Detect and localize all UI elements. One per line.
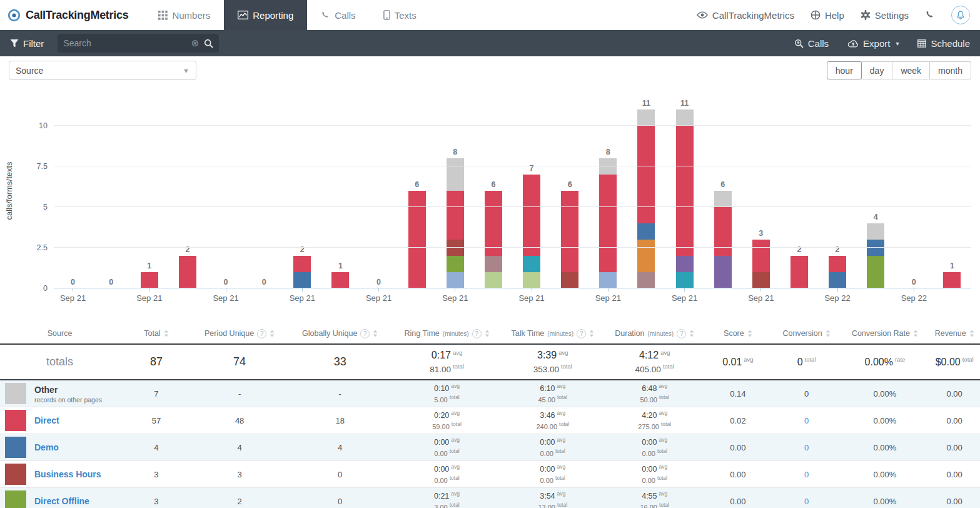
bar-group[interactable]: 11 bbox=[627, 93, 665, 288]
interval-day[interactable]: day bbox=[861, 61, 893, 79]
bar-segment-orange[interactable] bbox=[637, 240, 655, 272]
bar-group[interactable]: 6 bbox=[551, 93, 589, 288]
bar-segment-direct_offline[interactable] bbox=[867, 256, 884, 288]
sort-icon[interactable] bbox=[826, 330, 831, 337]
bar-segment-direct[interactable] bbox=[943, 272, 961, 288]
bar-segment-direct[interactable] bbox=[561, 191, 578, 272]
bar-segment-other[interactable] bbox=[867, 223, 884, 240]
search-input[interactable] bbox=[63, 38, 191, 48]
schedule-button[interactable]: Schedule bbox=[917, 38, 970, 49]
bar-group[interactable]: 0 bbox=[54, 93, 92, 288]
source-link[interactable]: Direct bbox=[34, 415, 59, 425]
tab-numbers[interactable]: Numbers bbox=[144, 0, 224, 30]
calls-button[interactable]: Calls bbox=[794, 38, 829, 49]
conversion-cell[interactable]: 0 bbox=[772, 497, 841, 506]
bar-segment-direct[interactable] bbox=[752, 240, 770, 272]
bar-group[interactable]: 1 bbox=[321, 93, 360, 288]
account-menu[interactable]: CallTrackingMetrics bbox=[697, 10, 794, 21]
bar-segment-business_hours[interactable] bbox=[447, 240, 464, 256]
bar-segment-demo[interactable] bbox=[637, 223, 655, 240]
bar-segment-direct[interactable] bbox=[791, 256, 808, 288]
bar-segment-teal[interactable] bbox=[523, 256, 540, 272]
column-header-talk-time[interactable]: Talk Time(minutes)? bbox=[500, 329, 605, 338]
column-header-revenue[interactable]: Revenue bbox=[929, 329, 979, 338]
bar-segment-mauve[interactable] bbox=[485, 256, 502, 272]
bar-group[interactable]: 2 bbox=[819, 93, 857, 288]
bar-segment-light_green[interactable] bbox=[523, 272, 540, 288]
bar-segment-demo[interactable] bbox=[829, 272, 846, 288]
bar-segment-purple[interactable] bbox=[714, 256, 732, 288]
tab-calls[interactable]: Calls bbox=[307, 0, 369, 30]
tab-reporting[interactable]: Reporting bbox=[224, 0, 307, 30]
bar-group[interactable]: 7 bbox=[513, 93, 551, 288]
bar-group[interactable]: 6 bbox=[398, 93, 436, 288]
bar-segment-other[interactable] bbox=[599, 158, 617, 175]
bar-group[interactable]: 8 bbox=[436, 93, 474, 288]
help-icon[interactable]: ? bbox=[360, 329, 370, 338]
help-menu[interactable]: Help bbox=[811, 10, 844, 21]
bar-group[interactable]: 0 bbox=[245, 93, 283, 288]
search-icon[interactable] bbox=[204, 39, 213, 48]
column-header-globally-unique[interactable]: Globally Unique? bbox=[286, 329, 394, 338]
bar-segment-other[interactable] bbox=[714, 191, 732, 207]
bar-group[interactable]: 2 bbox=[780, 93, 818, 288]
column-header-ring-time[interactable]: Ring Time(minutes)? bbox=[394, 329, 500, 338]
conversion-cell[interactable]: 0 bbox=[772, 416, 841, 425]
bar-group[interactable]: 0 bbox=[92, 93, 130, 288]
sort-icon[interactable] bbox=[747, 330, 752, 337]
bar-segment-direct[interactable] bbox=[523, 175, 540, 256]
bar-segment-direct[interactable] bbox=[829, 256, 846, 272]
bar-group[interactable]: 2 bbox=[168, 93, 206, 288]
conversion-cell[interactable]: 0 bbox=[772, 470, 841, 479]
bar-segment-direct[interactable] bbox=[485, 191, 502, 256]
bar-segment-light_green[interactable] bbox=[485, 272, 502, 288]
interval-week[interactable]: week bbox=[892, 61, 930, 79]
export-button[interactable]: Export▾ bbox=[847, 38, 899, 49]
bar-segment-demo[interactable] bbox=[867, 240, 884, 256]
sort-icon[interactable] bbox=[373, 330, 378, 337]
bar-group[interactable]: 0 bbox=[895, 93, 933, 288]
bar-segment-purple[interactable] bbox=[676, 256, 694, 272]
sort-icon[interactable] bbox=[270, 330, 275, 337]
bar-segment-periwinkle[interactable] bbox=[599, 272, 617, 288]
settings-menu[interactable]: Settings bbox=[861, 10, 909, 21]
column-header-total[interactable]: Total bbox=[119, 329, 193, 338]
help-icon[interactable]: ? bbox=[577, 329, 586, 338]
sort-icon[interactable] bbox=[164, 330, 169, 337]
bar-segment-periwinkle[interactable] bbox=[447, 272, 464, 288]
logo[interactable]: CallTrackingMetrics bbox=[0, 0, 144, 30]
sort-icon[interactable] bbox=[689, 330, 694, 337]
bar-group[interactable]: 3 bbox=[742, 93, 780, 288]
bar-segment-demo[interactable] bbox=[293, 272, 311, 288]
column-header-score[interactable]: Score bbox=[704, 329, 772, 338]
bar-group[interactable]: 6 bbox=[474, 93, 512, 288]
tab-texts[interactable]: Texts bbox=[370, 0, 430, 30]
sort-icon[interactable] bbox=[589, 330, 594, 337]
bar-segment-business_hours[interactable] bbox=[561, 272, 578, 288]
conversion-cell[interactable]: 0 bbox=[772, 443, 841, 452]
source-link[interactable]: Business Hours bbox=[34, 469, 101, 479]
bar-segment-business_hours[interactable] bbox=[752, 272, 770, 288]
help-icon[interactable]: ? bbox=[257, 329, 266, 338]
softphone-icon[interactable] bbox=[925, 10, 935, 20]
bar-group[interactable]: 6 bbox=[704, 93, 742, 288]
sort-icon[interactable] bbox=[969, 330, 974, 337]
bar-segment-mauve[interactable] bbox=[637, 272, 655, 288]
bar-segment-teal[interactable] bbox=[676, 272, 694, 288]
interval-hour[interactable]: hour bbox=[827, 61, 862, 79]
bar-segment-direct[interactable] bbox=[599, 175, 617, 272]
bar-group[interactable]: 2 bbox=[283, 93, 321, 288]
sort-icon[interactable] bbox=[485, 330, 490, 337]
bar-group[interactable]: 8 bbox=[589, 93, 627, 288]
column-header-conversion[interactable]: Conversion bbox=[772, 329, 841, 338]
column-header-conversion-rate[interactable]: Conversion Rate bbox=[841, 329, 929, 338]
bar-segment-direct[interactable] bbox=[447, 191, 464, 240]
bar-group[interactable]: 0 bbox=[207, 93, 245, 288]
bar-segment-direct[interactable] bbox=[141, 272, 158, 288]
bar-group[interactable]: 11 bbox=[665, 93, 704, 288]
bar-segment-other[interactable] bbox=[447, 158, 464, 191]
bar-group[interactable]: 1 bbox=[130, 93, 168, 288]
source-link[interactable]: Direct Offline bbox=[34, 496, 89, 506]
bar-segment-direct_offline[interactable] bbox=[447, 256, 464, 272]
bar-segment-direct[interactable] bbox=[637, 126, 655, 223]
